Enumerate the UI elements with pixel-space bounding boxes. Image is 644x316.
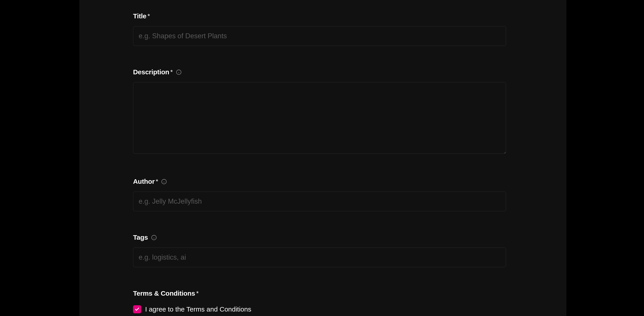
title-input[interactable] bbox=[133, 26, 506, 46]
info-icon[interactable] bbox=[151, 235, 157, 240]
form-panel: Title * Description * bbox=[80, 0, 566, 316]
author-input[interactable] bbox=[133, 192, 506, 211]
author-required-asterisk: * bbox=[156, 178, 158, 185]
terms-label-row: Terms & Conditions * bbox=[133, 289, 506, 297]
tags-field-group: Tags bbox=[133, 234, 506, 267]
title-label-row: Title * bbox=[133, 12, 506, 20]
description-label: Description bbox=[133, 68, 169, 76]
description-field-group: Description * bbox=[133, 68, 506, 155]
tags-label-row: Tags bbox=[133, 234, 506, 241]
author-field-group: Author * bbox=[133, 178, 506, 211]
info-icon[interactable] bbox=[161, 179, 167, 184]
terms-label: Terms & Conditions bbox=[133, 289, 195, 297]
terms-checkbox-label: I agree to the Terms and Conditions bbox=[145, 305, 251, 313]
title-label: Title bbox=[133, 12, 146, 20]
page-container: Title * Description * bbox=[0, 0, 644, 316]
tags-input[interactable] bbox=[133, 247, 506, 267]
description-textarea[interactable] bbox=[133, 82, 506, 154]
title-field-group: Title * bbox=[133, 12, 506, 46]
terms-required-asterisk: * bbox=[196, 290, 198, 297]
terms-checkbox-row: I agree to the Terms and Conditions bbox=[133, 305, 506, 313]
terms-field-group: Terms & Conditions * I agree to the Term… bbox=[133, 289, 506, 316]
description-label-row: Description * bbox=[133, 68, 506, 76]
author-label-row: Author * bbox=[133, 178, 506, 185]
info-icon[interactable] bbox=[176, 69, 182, 75]
description-required-asterisk: * bbox=[170, 69, 173, 76]
tags-label: Tags bbox=[133, 234, 148, 241]
author-label: Author bbox=[133, 178, 155, 185]
title-required-asterisk: * bbox=[148, 13, 150, 20]
terms-checkbox[interactable] bbox=[133, 305, 141, 313]
